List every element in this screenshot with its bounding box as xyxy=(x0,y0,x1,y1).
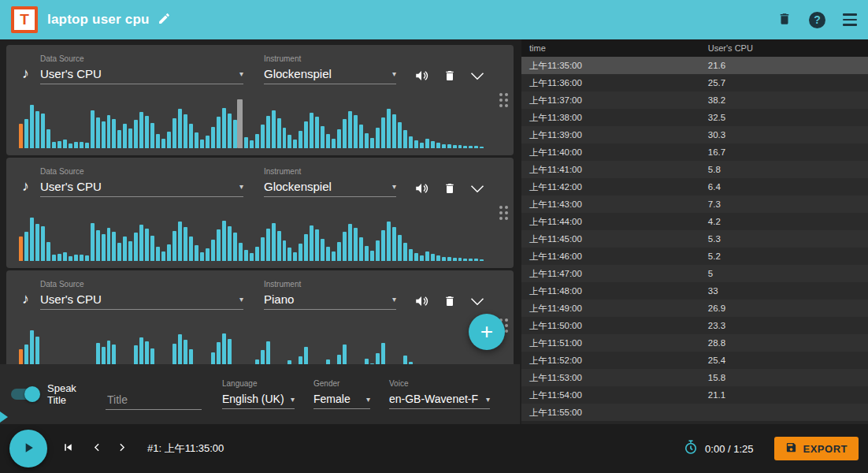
chart-bar[interactable] xyxy=(469,259,473,261)
chart-bar[interactable] xyxy=(74,142,78,148)
chart-bar[interactable] xyxy=(63,140,67,148)
instrument-select[interactable]: Glockenspiel ▾ xyxy=(264,180,396,197)
chart-bar[interactable] xyxy=(244,250,248,261)
chart-bar[interactable] xyxy=(85,143,89,148)
instrument-select[interactable]: Piano ▾ xyxy=(264,292,396,310)
chart-bar[interactable] xyxy=(436,255,440,261)
chart-bar[interactable] xyxy=(370,251,374,261)
chart-bar[interactable] xyxy=(24,119,28,148)
chart-bar[interactable] xyxy=(102,121,106,148)
chart-bar[interactable] xyxy=(69,143,72,148)
chart-bar[interactable] xyxy=(398,122,402,148)
table-row[interactable]: 上午11:48:0033 xyxy=(521,282,868,300)
chart-bar[interactable] xyxy=(376,353,380,364)
chart-bar[interactable] xyxy=(266,341,270,364)
chart-bar[interactable] xyxy=(150,123,154,148)
chart-bar[interactable] xyxy=(24,232,28,261)
track-visualization[interactable] xyxy=(19,102,484,148)
chart-bar[interactable] xyxy=(134,120,138,148)
chart-bar[interactable] xyxy=(35,337,39,364)
expand-track-icon[interactable] xyxy=(470,297,484,306)
chart-bar[interactable] xyxy=(19,349,23,364)
chart-bar[interactable] xyxy=(359,125,363,148)
chart-bar[interactable] xyxy=(425,139,429,148)
chart-bar[interactable] xyxy=(91,110,95,148)
chart-bar[interactable] xyxy=(233,233,237,261)
chart-bar[interactable] xyxy=(30,105,34,148)
chart-bar[interactable] xyxy=(85,255,89,261)
chart-bar[interactable] xyxy=(200,140,204,148)
chart-bar[interactable] xyxy=(52,255,56,261)
drag-handle[interactable] xyxy=(493,158,514,268)
chart-bar[interactable] xyxy=(337,355,341,364)
chart-bar[interactable] xyxy=(354,228,358,261)
playhead[interactable] xyxy=(237,99,243,148)
chart-bar[interactable] xyxy=(255,247,259,261)
app-logo[interactable]: T xyxy=(11,6,38,33)
volume-icon[interactable] xyxy=(414,294,429,308)
chart-bar[interactable] xyxy=(299,131,302,148)
table-row[interactable]: 上午11:38:0032.5 xyxy=(521,109,868,126)
chart-bar[interactable] xyxy=(57,254,61,261)
chart-bar[interactable] xyxy=(244,137,248,148)
chart-bar[interactable] xyxy=(217,229,221,261)
chart-bar[interactable] xyxy=(184,340,187,364)
chart-bar[interactable] xyxy=(403,356,407,364)
chart-bar[interactable] xyxy=(211,240,215,261)
chart-bar[interactable] xyxy=(69,256,72,261)
table-row[interactable]: 上午11:51:0028.8 xyxy=(521,334,868,352)
chart-bar[interactable] xyxy=(172,344,176,364)
chart-bar[interactable] xyxy=(414,253,418,261)
chart-bar[interactable] xyxy=(315,117,319,148)
chart-bar[interactable] xyxy=(293,140,297,148)
chart-bar[interactable] xyxy=(184,114,187,148)
chart-bar[interactable] xyxy=(178,334,182,364)
chart-bar[interactable] xyxy=(134,233,138,261)
chart-bar[interactable] xyxy=(250,253,254,261)
chart-bar[interactable] xyxy=(167,132,171,148)
chart-bar[interactable] xyxy=(474,259,478,261)
table-row[interactable]: 上午11:40:0016.7 xyxy=(521,143,868,161)
chart-bar[interactable] xyxy=(272,110,276,148)
chart-bar[interactable] xyxy=(222,108,226,148)
chart-bar[interactable] xyxy=(41,114,45,148)
voice-select[interactable]: en-GB-Wavenet-F ▾ xyxy=(389,393,490,409)
chart-bar[interactable] xyxy=(387,109,391,148)
expand-track-icon[interactable] xyxy=(470,184,484,193)
chart-bar[interactable] xyxy=(250,140,254,148)
chart-bar[interactable] xyxy=(425,251,429,261)
chart-bar[interactable] xyxy=(96,343,100,364)
chart-bar[interactable] xyxy=(211,352,215,364)
chart-bar[interactable] xyxy=(431,141,435,148)
chart-bar[interactable] xyxy=(304,121,308,148)
table-row[interactable]: 上午11:42:006.4 xyxy=(521,178,868,196)
chart-bar[interactable] xyxy=(233,120,237,148)
chart-bar[interactable] xyxy=(321,239,325,261)
delete-track-icon[interactable] xyxy=(443,181,456,196)
chart-bar[interactable] xyxy=(161,251,165,261)
delete-track-icon[interactable] xyxy=(443,69,456,83)
chart-bar[interactable] xyxy=(365,359,369,364)
chart-bar[interactable] xyxy=(217,117,221,148)
chart-bar[interactable] xyxy=(431,254,435,261)
chart-bar[interactable] xyxy=(145,341,149,364)
chart-bar[interactable] xyxy=(24,345,28,364)
chart-bar[interactable] xyxy=(211,127,215,148)
menu-button[interactable] xyxy=(843,13,857,26)
chart-bar[interactable] xyxy=(277,118,281,148)
panel-collapse-handle[interactable] xyxy=(0,412,8,423)
chart-bar[interactable] xyxy=(447,144,451,148)
chart-bar[interactable] xyxy=(469,146,473,148)
speak-title-toggle[interactable] xyxy=(11,389,38,400)
chart-bar[interactable] xyxy=(112,119,116,148)
chart-bar[interactable] xyxy=(337,129,341,148)
chart-bar[interactable] xyxy=(222,221,226,261)
chart-bar[interactable] xyxy=(35,224,39,261)
chart-bar[interactable] xyxy=(376,128,380,148)
table-row[interactable]: 上午11:41:005.8 xyxy=(521,161,868,178)
chart-bar[interactable] xyxy=(420,143,424,148)
chart-bar[interactable] xyxy=(370,138,374,148)
chart-bar[interactable] xyxy=(381,230,385,261)
chart-bar[interactable] xyxy=(52,142,56,148)
chart-bar[interactable] xyxy=(458,258,462,261)
